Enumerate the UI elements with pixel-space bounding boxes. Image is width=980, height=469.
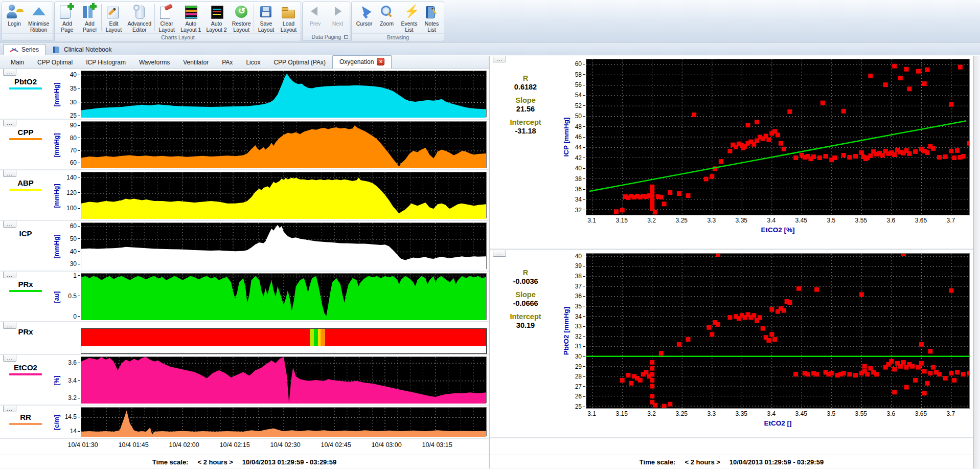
y-tick-label: 32 (575, 333, 585, 340)
cursor-button[interactable]: Cursor (353, 3, 375, 33)
x-tick-label: 3.6 (887, 410, 896, 417)
subtab-ventilator[interactable]: Ventilator (176, 57, 215, 69)
y-tick-label: 58 (575, 71, 585, 78)
tab-clinical-notebook[interactable]: Clinical Notebook (45, 44, 118, 55)
y-tick-label: 90 (70, 122, 80, 129)
panel-menu-button[interactable]: ... (3, 120, 16, 126)
chart-plot-etco2 (81, 356, 487, 403)
axis-unit-label: [au] (53, 291, 60, 303)
save-icon (257, 4, 275, 19)
subtab-label: CPP Optimal (37, 59, 73, 66)
subtab-licox[interactable]: Licox (239, 57, 267, 69)
login-icon (6, 4, 23, 19)
add-panel-button[interactable]: Add Panel (78, 3, 101, 33)
minimise-ribbon-button[interactable]: Minimise Ribbon (26, 3, 52, 33)
restore-layout-button[interactable]: Restore Layout (230, 3, 254, 33)
time-range-control[interactable]: < 2 hours > (197, 458, 233, 466)
save-layout-button[interactable]: Save Layout (255, 3, 277, 33)
y-tick-label: 30 (70, 99, 80, 106)
panel-menu-button[interactable]: ... (3, 355, 16, 362)
panel-menu-button[interactable]: ... (3, 170, 16, 177)
add-page-button[interactable]: Add Page (56, 3, 78, 33)
tab-series[interactable]: Series (3, 44, 45, 55)
time-tick-label: 10/4 02:15 (220, 441, 250, 449)
dialog-launcher-icon[interactable] (344, 35, 348, 39)
chart-row-abp: ...ABP[mmHg]100120140 (0, 170, 489, 221)
subtab-cpp-optimal-pax[interactable]: CPP Optimal (PAx) (267, 57, 332, 69)
subtab-pax[interactable]: PAx (215, 57, 239, 69)
zoom-button[interactable]: Zoom (375, 3, 398, 33)
y-tick-label: 48 (575, 123, 585, 130)
auto-layout-1-button[interactable]: Auto Layout 1 (178, 3, 203, 33)
button-label: Load Layout (281, 20, 297, 33)
subtab-main[interactable]: Main (4, 57, 31, 69)
subtab-icp-histogram[interactable]: ICP Histogram (79, 57, 132, 69)
subtab-label: ICP Histogram (86, 59, 126, 66)
button-label: Edit Layout (106, 20, 122, 33)
time-range-text: 10/04/2013 01:29:59 - 03:29:59 (730, 458, 824, 466)
subtab-cpp-optimal[interactable]: CPP Optimal (31, 57, 79, 69)
series-color-underline (9, 138, 42, 140)
scatter-bottom-container: ...R-0.0036Slope-0.0666Intercept30.19Pbt… (490, 250, 973, 438)
login-button[interactable]: Login (3, 3, 26, 33)
series-color-underline (9, 373, 42, 375)
edit-layout-button[interactable]: Edit Layout (102, 3, 125, 33)
regression-stats: ...R-0.0036Slope-0.0666Intercept30.19 (490, 250, 561, 437)
events-icon (400, 4, 418, 19)
minimise-icon (30, 4, 48, 19)
subtab-oxygenation[interactable]: Oxygenation× (332, 55, 392, 69)
ribbon-group-data-paging: PrevNextData Paging (302, 2, 350, 41)
panel-menu-button[interactable]: ... (3, 406, 16, 412)
advanced-editor-button[interactable]: Advanced Editor (125, 3, 154, 33)
series-color-underline (9, 239, 42, 241)
panel-menu-button[interactable]: ... (493, 56, 506, 62)
time-axis: 10/4 01:3010/4 01:4510/4 02:0010/4 02:15… (0, 439, 489, 452)
x-tick-label: 3.45 (795, 217, 807, 224)
load-layout-button[interactable]: Load Layout (277, 3, 300, 33)
auto2-icon (208, 4, 225, 19)
chart-plot-abp (81, 172, 487, 218)
panel-menu-button[interactable]: ... (3, 221, 16, 228)
y-tick-label: 32 (575, 207, 585, 214)
cursor-icon (355, 4, 373, 19)
subtab-label: PAx (222, 59, 233, 66)
chart-label-prx: ...PRx (0, 272, 51, 321)
x-tick-label: 3.35 (736, 410, 747, 417)
y-tick-label: 35 (575, 303, 585, 310)
y-axis-prx-bar (51, 322, 81, 354)
time-scale-footer-right: Time scale: < 2 hours > 10/04/2013 01:29… (490, 455, 973, 468)
clear-layout-button[interactable]: Clear Layout (155, 3, 178, 33)
y-tick-label: 14.5 (65, 413, 80, 420)
close-tab-icon[interactable]: × (377, 58, 384, 65)
auto-layout-2-button[interactable]: Auto Layout 2 (203, 3, 229, 33)
x-axis-title: EtCO2 [] (586, 419, 970, 430)
stat-label: R (490, 269, 561, 277)
series-color-underline (9, 423, 42, 425)
chart-label-pbto2: ...PbtO2 (0, 69, 51, 119)
series-icon (10, 47, 19, 53)
y-tick-label: 38 (575, 175, 585, 183)
x-tick-label: 3.3 (707, 217, 716, 224)
panel-menu-button[interactable]: ... (3, 272, 16, 278)
notes-icon (423, 4, 440, 19)
subtab-label: CPP Optimal (PAx) (274, 59, 326, 66)
zoom-icon (378, 4, 395, 19)
ribbon-group-caption: Data Paging (303, 33, 350, 40)
events-list-button[interactable]: Events List (398, 3, 420, 33)
button-label: Add Page (61, 20, 74, 33)
time-tick-label: 10/4 02:30 (270, 441, 301, 449)
y-tick-label: 46 (575, 133, 585, 141)
notes-list-button[interactable]: Notes List (420, 3, 443, 33)
y-tick-label: 25 (575, 403, 585, 410)
x-tick-label: 3.55 (855, 410, 867, 417)
subtab-label: Oxygenation (339, 58, 374, 65)
panel-menu-button[interactable]: ... (3, 69, 16, 76)
chart-label-prx-bar: ...PRx (0, 322, 51, 354)
panel-menu-button[interactable]: ... (493, 250, 506, 257)
right-scrollbar[interactable] (973, 56, 980, 468)
time-range-control[interactable]: < 2 hours > (685, 458, 720, 466)
bar-segment (314, 329, 318, 346)
subtab-waveforms[interactable]: Waveforms (132, 57, 176, 69)
panel-menu-button[interactable]: ... (3, 322, 16, 329)
ribbon-group-user: LoginMinimise Ribbon (2, 2, 53, 41)
